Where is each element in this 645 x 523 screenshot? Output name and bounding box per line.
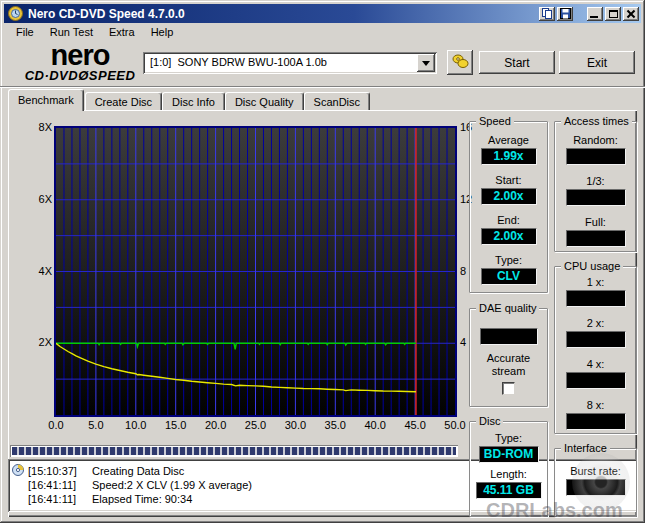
log-message: Speed:2 X CLV (1.99 X average) <box>92 478 634 492</box>
burst-rate-label: Burst rate: <box>555 465 636 478</box>
log-message: Elapsed Time: 90:34 <box>92 492 634 506</box>
close-icon <box>626 9 636 18</box>
access-times-title: Access times <box>561 115 632 127</box>
interface-panel: Interface Burst rate: <box>554 448 637 517</box>
cpu-usage-title: CPU usage <box>561 260 623 272</box>
y-axis-tick-left: 2X <box>24 336 52 348</box>
start-button[interactable]: Start <box>479 51 555 74</box>
disc-panel-title: Disc <box>476 415 503 427</box>
x-axis-tick: 45.0 <box>399 419 431 431</box>
tab-label: Disc Quality <box>235 96 294 108</box>
benchmark-chart <box>54 126 457 417</box>
close-button[interactable] <box>623 7 639 21</box>
maximize-button[interactable] <box>605 7 621 21</box>
copy-screenshot-button[interactable] <box>539 7 555 21</box>
tab-scandisc[interactable]: ScanDisc <box>304 92 370 111</box>
eject-disc-button[interactable] <box>447 50 473 75</box>
accurate-stream-label-line1: Accurate <box>487 352 530 364</box>
y-axis-tick-left: 6X <box>24 193 52 205</box>
disc-length-value: 45.11 GB <box>476 482 542 499</box>
x-axis-tick: 10.0 <box>120 419 152 431</box>
tab-strip: Benchmark Create Disc Disc Info Disc Qua… <box>8 90 370 111</box>
x-axis-tick: 30.0 <box>279 419 311 431</box>
tab-create-disc[interactable]: Create Disc <box>85 92 162 111</box>
chevron-down-icon <box>422 61 430 70</box>
access-full-value <box>566 230 626 247</box>
menu-file[interactable]: File <box>8 24 42 40</box>
access-third-value <box>566 189 626 206</box>
log-entry-disc-icon <box>12 464 28 479</box>
tab-label: Benchmark <box>18 94 74 106</box>
interface-panel-title: Interface <box>561 442 610 454</box>
dae-quality-value <box>480 328 538 345</box>
speed-panel-title: Speed <box>476 115 514 127</box>
copy-icon <box>542 8 553 20</box>
speed-end-value: 2.00x <box>481 228 537 245</box>
access-random-value <box>566 148 626 165</box>
nero-logo: nero CD·DVDØSPEED <box>16 42 144 83</box>
menu-run-test[interactable]: Run Test <box>42 24 101 40</box>
hand-disc-icon <box>452 53 469 69</box>
x-axis-tick: 50.0 <box>439 419 471 431</box>
burst-rate-value <box>566 479 626 496</box>
progress-fill <box>12 447 456 455</box>
title-bar: Nero CD-DVD Speed 4.7.0.0 <box>4 4 641 23</box>
cpu-usage-panel: CPU usage 1 x: 2 x: 4 x: 8 x: <box>554 266 637 434</box>
speed-average-label: Average <box>470 134 547 147</box>
minimize-button[interactable] <box>587 7 603 21</box>
menu-help[interactable]: Help <box>143 24 182 40</box>
cpu-4x-value <box>566 372 626 389</box>
save-screenshot-button[interactable] <box>557 7 573 21</box>
x-axis-tick: 0.0 <box>40 419 72 431</box>
access-random-label: Random: <box>555 134 636 147</box>
log-message: Creating Data Disc <box>92 464 634 478</box>
dae-quality-title: DAE quality <box>476 302 539 314</box>
toolbar: nero CD·DVDØSPEED [1:0] SONY BDRW BWU-10… <box>4 41 641 86</box>
drive-select[interactable]: [1:0] SONY BDRW BWU-100A 1.0b <box>143 52 437 74</box>
x-axis-tick: 40.0 <box>359 419 391 431</box>
access-third-label: 1/3: <box>555 175 636 188</box>
cpu-8x-label: 8 x: <box>555 399 636 412</box>
speed-panel: Speed Average 1.99x Start: 2.00x End: 2.… <box>469 121 548 293</box>
log-timestamp: [15:10:37] <box>28 464 92 478</box>
x-axis-tick: 35.0 <box>319 419 351 431</box>
tab-disc-info[interactable]: Disc Info <box>162 92 225 111</box>
accurate-stream-label-line2: stream <box>492 365 526 377</box>
x-axis-tick: 5.0 <box>80 419 112 431</box>
speed-type-value: CLV <box>481 268 537 285</box>
drive-select-value: [1:0] SONY BDRW BWU-100A 1.0b <box>150 56 327 68</box>
window-title: Nero CD-DVD Speed 4.7.0.0 <box>28 7 537 21</box>
tab-disc-quality[interactable]: Disc Quality <box>225 92 304 111</box>
speed-start-value: 2.00x <box>481 188 537 205</box>
drive-select-dropdown-button[interactable] <box>417 54 435 72</box>
minimize-icon <box>590 16 598 18</box>
tab-benchmark[interactable]: Benchmark <box>8 89 84 111</box>
disc-type-label: Type: <box>470 432 547 445</box>
cpu-2x-value <box>566 331 626 348</box>
tab-label: ScanDisc <box>314 96 360 108</box>
dae-quality-panel: DAE quality Accurate stream <box>469 308 548 407</box>
save-icon <box>560 8 571 19</box>
tab-label: Disc Info <box>172 96 215 108</box>
speed-type-label: Type: <box>470 254 547 267</box>
x-axis-tick: 15.0 <box>160 419 192 431</box>
cpu-1x-value <box>566 290 626 307</box>
x-axis-tick: 20.0 <box>200 419 232 431</box>
accurate-stream-checkbox[interactable] <box>502 382 515 395</box>
speed-end-label: End: <box>470 214 547 227</box>
disc-panel: Disc Type: BD-ROM Length: 45.11 GB <box>469 421 548 517</box>
cpu-2x-label: 2 x: <box>555 317 636 330</box>
x-axis-tick: 25.0 <box>240 419 272 431</box>
app-window: Nero CD-DVD Speed 4.7.0.0 File Run Test … <box>0 0 645 523</box>
disc-type-value: BD-ROM <box>479 446 539 463</box>
toolbar-separator <box>0 86 645 88</box>
access-times-panel: Access times Random: 1/3: Full: <box>554 121 637 252</box>
nero-logo-wordmark: nero <box>16 42 144 68</box>
log-timestamp: [16:41:11] <box>28 492 92 506</box>
menu-extra[interactable]: Extra <box>101 24 143 40</box>
chart-canvas <box>56 128 455 415</box>
y-axis-tick-left: 4X <box>24 265 52 277</box>
exit-button[interactable]: Exit <box>559 51 635 74</box>
maximize-icon <box>609 10 618 18</box>
speed-average-value: 1.99x <box>481 148 537 165</box>
